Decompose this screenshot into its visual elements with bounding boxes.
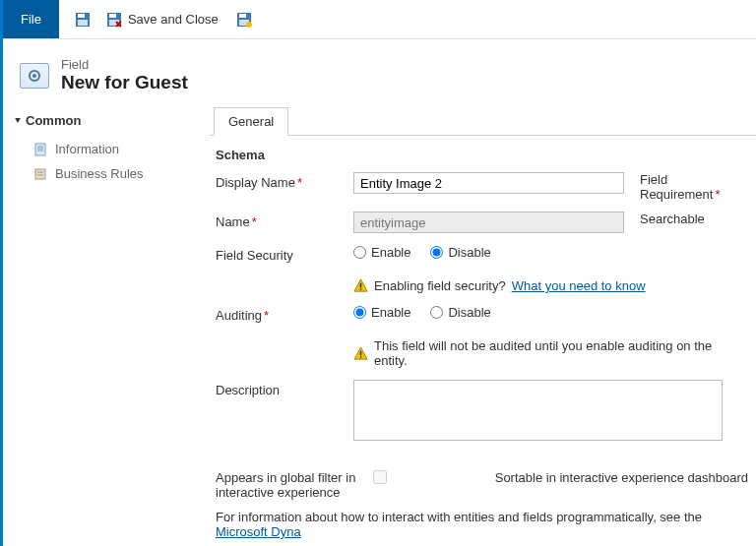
global-filter-checkbox: [373, 470, 387, 484]
schema-heading: Schema: [216, 148, 748, 162]
required-icon: *: [715, 187, 720, 202]
tabs: General: [210, 107, 756, 136]
svg-rect-4: [109, 14, 116, 18]
warning-text: Enabling field security?: [374, 278, 506, 293]
auditing-enable-radio[interactable]: Enable: [353, 305, 410, 320]
name-input: [353, 212, 624, 233]
save-icon[interactable]: [75, 12, 91, 28]
required-icon: *: [264, 308, 269, 323]
svg-rect-9: [239, 14, 246, 18]
svg-point-13: [32, 74, 36, 78]
radio-label: Enable: [371, 245, 410, 260]
sidebar-item-label: Information: [55, 142, 119, 156]
auditing-disable-radio[interactable]: Disable: [430, 305, 490, 320]
security-disable-radio[interactable]: Disable: [430, 245, 490, 260]
gear-box-icon: [20, 63, 49, 89]
sidebar-group-common[interactable]: Common: [14, 107, 200, 137]
tab-general[interactable]: General: [214, 107, 288, 136]
sidebar: Common Information Business Rules: [0, 107, 210, 546]
rules-icon: [33, 167, 47, 181]
sortable-label: Sortable in interactive experience dashb…: [397, 470, 748, 485]
required-icon: *: [297, 175, 302, 190]
svg-rect-14: [35, 144, 45, 155]
file-button[interactable]: File: [3, 0, 59, 38]
field-requirement-label: Field Requirement: [640, 172, 713, 202]
warning-icon: [353, 346, 368, 361]
warning-text: This field will not be audited until you…: [374, 338, 748, 368]
save-close-icon[interactable]: [106, 12, 122, 28]
field-security-label: Field Security: [216, 245, 353, 263]
description-input[interactable]: [353, 380, 723, 441]
security-warning: Enabling field security? What you need t…: [353, 278, 748, 293]
sdk-link[interactable]: Microsoft Dyna: [216, 524, 301, 539]
header: Field New for Guest: [0, 39, 756, 107]
toolbar: File Save and Close: [0, 0, 756, 39]
auditing-warning: This field will not be audited until you…: [353, 338, 748, 368]
svg-rect-1: [78, 14, 85, 18]
save-new-icon[interactable]: [236, 12, 252, 28]
info-text: For information about how to interact wi…: [216, 510, 702, 524]
searchable-label: Searchable: [632, 212, 748, 226]
svg-rect-25: [360, 350, 362, 355]
auditing-label: Auditing: [216, 308, 262, 323]
header-label: Field: [61, 57, 188, 72]
radio-label: Disable: [448, 245, 490, 260]
display-name-input[interactable]: [353, 172, 624, 194]
radio-label: Disable: [448, 305, 490, 320]
sidebar-item-label: Business Rules: [55, 166, 144, 181]
required-icon: *: [252, 214, 257, 229]
description-label: Description: [216, 380, 353, 397]
svg-rect-18: [35, 169, 45, 179]
sidebar-item-business-rules[interactable]: Business Rules: [14, 161, 200, 186]
svg-point-11: [246, 22, 252, 28]
page-title: New for Guest: [61, 72, 188, 93]
sdk-info-text: For information about how to interact wi…: [216, 510, 748, 539]
display-name-label: Display Name: [216, 175, 295, 190]
svg-rect-26: [360, 356, 362, 358]
triangle-icon: [15, 118, 21, 123]
global-filter-label: Appears in global filter in interactive …: [216, 470, 363, 500]
sidebar-item-information[interactable]: Information: [14, 137, 200, 161]
security-info-link[interactable]: What you need to know: [512, 278, 646, 293]
svg-rect-23: [360, 288, 362, 290]
svg-rect-2: [78, 20, 88, 26]
save-close-label[interactable]: Save and Close: [128, 12, 219, 27]
svg-rect-22: [360, 283, 362, 288]
warning-icon: [353, 278, 368, 293]
page-icon: [33, 143, 47, 156]
sidebar-group-label: Common: [26, 113, 81, 128]
radio-label: Enable: [371, 305, 410, 320]
security-enable-radio[interactable]: Enable: [353, 245, 410, 260]
name-label: Name: [216, 214, 250, 229]
accent-line: [0, 0, 3, 546]
